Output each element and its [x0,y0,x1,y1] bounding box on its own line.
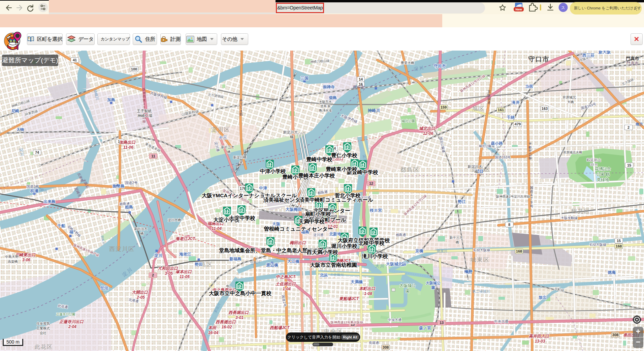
svg-text:中島大野: 中島大野 [5,255,19,259]
svg-text:三国: 三国 [300,76,309,81]
svg-text:12: 12 [369,181,373,185]
svg-text:門真市: 門真市 [626,56,639,61]
svg-text:此花区: 此花区 [34,344,53,350]
svg-text:島浄水場: 島浄水場 [319,109,332,112]
svg-text:橋: 橋 [475,170,478,174]
svg-text:新淀川大: 新淀川大 [468,165,482,169]
svg-text:守口市: 守口市 [433,64,446,68]
svg-text:308: 308 [383,345,389,349]
svg-text:崇禅寺: 崇禅寺 [323,85,335,89]
svg-text:本田: 本田 [208,325,217,330]
svg-text:大阪城公: 大阪城公 [426,281,441,285]
svg-text:旭区: 旭区 [472,106,485,112]
svg-text:加島: 加島 [107,97,115,102]
svg-text:大阪梅田: 大阪梅田 [286,207,302,212]
svg-text:野江: 野江 [458,199,466,204]
svg-text:正蓮寺川出口: 正蓮寺川出口 [59,319,84,324]
svg-text:西船場JCT: 西船場JCT [270,325,290,330]
svg-text:柴島: 柴島 [329,95,337,100]
svg-text:479: 479 [515,122,521,126]
svg-text:大川: 大川 [375,264,385,268]
svg-text:1-08: 1-08 [364,291,372,296]
svg-text:西天満小学校: 西天満小学校 [307,249,339,255]
svg-text:会社: 会社 [40,331,46,335]
svg-text:中央大通: 中央大通 [494,319,508,323]
svg-text:園: 園 [431,286,435,290]
svg-text:ス: ス [561,5,565,10]
svg-text:梅田出口: 梅田出口 [289,240,306,245]
svg-text:大橋: 大橋 [567,100,574,104]
svg-text:国道2号: 国道2号 [125,181,138,185]
svg-text:168: 168 [516,249,522,253]
svg-text:渡辺橋: 渡辺橋 [266,263,278,267]
svg-text:2-05: 2-05 [136,295,145,300]
svg-text:北浜: 北浜 [319,273,328,277]
svg-text:鶴見新山: 鶴見新山 [586,158,601,162]
svg-text:海老江: 海老江 [179,252,191,257]
svg-text:神崎工場: 神崎工場 [137,114,152,118]
svg-text:尼崎: 尼崎 [11,109,19,113]
svg-text:都島区: 都島区 [400,167,420,173]
svg-text:第二寝屋川: 第二寝屋川 [472,289,490,293]
svg-text:川: 川 [639,222,642,225]
svg-text:正蓮寺川公園: 正蓮寺川公園 [56,312,75,316]
svg-text:門真市: 門真市 [626,61,639,66]
svg-text:古: 古 [639,218,642,222]
svg-text:新伝法大: 新伝法大 [134,227,148,231]
svg-text:城北公園: 城北公園 [401,119,415,123]
svg-text:大阪市水: 大阪市水 [319,100,332,104]
svg-text:阪神高速2号淀川左岸線: 阪神高速2号淀川左岸線 [496,195,530,198]
svg-text:豊崎本庄小学校: 豊崎本庄小学校 [298,173,335,178]
svg-text:大和田出口: 大和田出口 [158,266,178,271]
svg-text:京橋: 京橋 [415,248,423,253]
svg-text:161: 161 [498,108,504,112]
svg-text:豊崎東小学校: 豊崎東小学校 [326,166,358,172]
svg-text:扇町小学校: 扇町小学校 [304,211,331,217]
svg-text:石切大阪線: 石切大阪線 [589,243,606,246]
svg-text:住友電気: 住友電気 [36,322,50,325]
svg-text:都島通: 都島通 [396,233,406,237]
svg-text:11-04: 11-04 [212,226,222,231]
svg-text:新十三大: 新十三大 [221,145,234,149]
svg-text:京: 京 [487,90,491,93]
svg-text:大阪生駒線: 大阪生駒線 [561,216,578,220]
svg-text:3-01: 3-01 [235,315,244,320]
svg-text:東船場JCT: 東船場JCT [339,296,359,301]
svg-text:菅原城北: 菅原城北 [562,95,576,99]
svg-text:西長堀出口: 西長堀出口 [228,310,249,315]
svg-text:2-04: 2-04 [68,324,76,329]
svg-text:大江橋: 大江橋 [287,259,299,264]
svg-text:道: 道 [530,189,533,193]
svg-text:2: 2 [152,273,154,277]
svg-text:168: 168 [616,244,622,248]
svg-text:9: 9 [530,201,533,204]
svg-text:14: 14 [359,77,363,81]
svg-text:菅原城北大橋: 菅原城北大橋 [563,150,582,154]
svg-text:北新地: 北新地 [329,232,342,236]
svg-text:163: 163 [542,107,548,111]
svg-text:新大阪: 新大阪 [598,51,611,54]
svg-text:梁: 梁 [239,160,243,164]
svg-text:8: 8 [508,223,510,227]
svg-text:城東区: 城東区 [470,257,490,263]
svg-text:淀川区: 淀川区 [211,126,230,133]
svg-text:道局 柴: 道局 柴 [320,104,330,108]
svg-text:線: 線 [528,156,532,160]
svg-text:石切大阪線: 石切大阪線 [473,248,490,252]
svg-text:杭瀬: 杭瀬 [30,188,38,193]
svg-text:11-06: 11-06 [123,145,133,150]
svg-text:16-04: 16-04 [208,330,219,335]
svg-text:15: 15 [627,163,631,167]
svg-text:桜ノ宮: 桜ノ宮 [369,208,382,213]
svg-text:100: 100 [131,67,137,71]
svg-text:守口市: 守口市 [528,56,550,63]
svg-text:千林: 千林 [506,115,515,120]
svg-text:西淀川区: 西淀川区 [109,246,135,252]
svg-text:口: 口 [528,153,532,156]
svg-text:大物: 大物 [17,127,24,131]
svg-text:野田: 野田 [195,262,203,267]
svg-text:滝井: 滝井 [511,100,520,105]
svg-text:大開出口: 大開出口 [132,290,148,295]
svg-text:New: New [515,7,522,11]
svg-text:新淀川橋: 新淀川橋 [233,155,247,159]
